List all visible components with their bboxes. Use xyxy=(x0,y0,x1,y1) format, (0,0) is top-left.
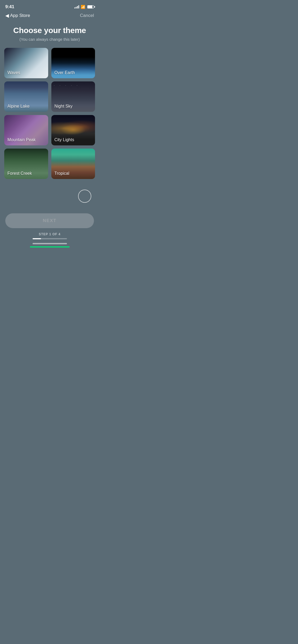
status-bar: 9:41 📶 xyxy=(0,0,99,12)
theme-label-over-earth: Over Earth xyxy=(55,70,75,75)
theme-label-city-lights: City Lights xyxy=(55,137,74,142)
theme-label-mountain-peak: Mountain Peak xyxy=(7,137,36,142)
home-indicator-area xyxy=(0,242,99,246)
theme-label-alpine-lake: Alpine Lake xyxy=(7,104,30,109)
signal-icon xyxy=(74,5,79,8)
cancel-button[interactable]: Cancel xyxy=(80,13,94,18)
home-indicator xyxy=(33,243,67,244)
theme-card-forest-creek[interactable]: Forest Creek xyxy=(4,149,48,179)
theme-card-city-lights[interactable]: City Lights xyxy=(51,115,95,145)
theme-label-forest-creek: Forest Creek xyxy=(7,171,32,176)
theme-card-tropical[interactable]: Tropical xyxy=(51,149,95,179)
back-label: App Store xyxy=(10,13,30,18)
theme-grid: Waves Over Earth Alpine Lake Night Sky M… xyxy=(0,48,99,179)
wifi-icon: 📶 xyxy=(81,5,85,9)
scroll-area xyxy=(0,179,99,208)
battery-icon xyxy=(87,5,94,8)
next-button[interactable]: NEXT xyxy=(5,213,94,228)
theme-card-mountain-peak[interactable]: Mountain Peak xyxy=(4,115,48,145)
status-icons: 📶 xyxy=(74,5,94,9)
nav-bar: ◀ App Store Cancel xyxy=(0,12,99,21)
progress-bar-container xyxy=(0,238,99,242)
back-button[interactable]: ◀ App Store xyxy=(5,13,30,19)
progress-bar xyxy=(33,238,67,239)
scroll-indicator xyxy=(78,190,91,203)
page-title: Choose your theme xyxy=(8,26,91,35)
theme-card-waves[interactable]: Waves xyxy=(4,48,48,78)
theme-card-alpine-lake[interactable]: Alpine Lake xyxy=(4,81,48,112)
theme-label-night-sky: Night Sky xyxy=(55,104,73,109)
theme-card-night-sky[interactable]: Night Sky xyxy=(51,81,95,112)
status-time: 9:41 xyxy=(5,4,14,10)
theme-card-over-earth[interactable]: Over Earth xyxy=(51,48,95,78)
bottom-area: NEXT xyxy=(0,208,99,228)
header-section: Choose your theme (You can always change… xyxy=(0,21,99,48)
page-subtitle: (You can always change this later) xyxy=(8,37,91,42)
progress-fill xyxy=(33,238,41,239)
step-indicator: STEP 1 OF 4 xyxy=(0,228,99,238)
theme-label-waves: Waves xyxy=(7,70,20,75)
back-arrow-icon: ◀ xyxy=(5,13,9,19)
bottom-status-bar xyxy=(30,246,70,247)
theme-label-tropical: Tropical xyxy=(55,171,69,176)
